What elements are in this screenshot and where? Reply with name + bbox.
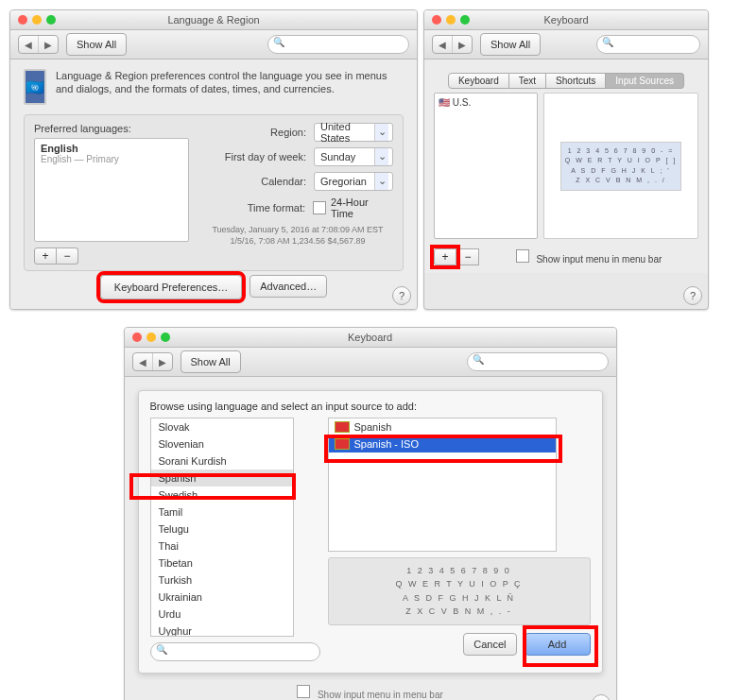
add-source-button[interactable]: + [434, 248, 456, 265]
24hour-checkbox[interactable] [313, 201, 326, 214]
show-all-button[interactable]: Show All [66, 33, 127, 56]
keyboard-preview: 1 2 3 4 5 6 7 8 9 0 - = Q W E R T Y U I … [543, 93, 698, 239]
zoom-icon[interactable] [460, 15, 470, 25]
add-language-button[interactable]: + [34, 248, 57, 265]
advanced-button[interactable]: Advanced… [250, 275, 327, 298]
sheet-search-input[interactable] [150, 642, 320, 661]
show-all-button[interactable]: Show All [181, 350, 241, 373]
tab-keyboard[interactable]: Keyboard [448, 73, 509, 89]
show-input-menu-checkbox[interactable] [297, 685, 310, 698]
kb-row: 1 2 3 4 5 6 7 8 9 0 - = [565, 146, 678, 157]
language-list-item[interactable]: Tibetan [151, 555, 293, 572]
nav-back-forward[interactable]: ◀ ▶ [432, 35, 473, 54]
close-icon[interactable] [432, 15, 441, 25]
preferred-languages-label: Preferred languages: [34, 123, 189, 134]
search-input[interactable] [267, 35, 409, 54]
add-button[interactable]: Add [525, 633, 591, 656]
language-list-item[interactable]: Sorani Kurdish [151, 452, 293, 470]
sample-line-1: Tuesday, January 5, 2016 at 7:08:09 AM E… [202, 225, 393, 236]
language-item-sub: English — Primary [41, 154, 182, 164]
input-source-variant-list[interactable]: SpanishSpanish - ISO [328, 418, 557, 552]
kb-row: 1 2 3 4 5 6 7 8 9 0 [335, 564, 584, 577]
keyboard-preview-large: 1 2 3 4 5 6 7 8 9 0 Q W E R T Y U I O P … [328, 557, 591, 625]
language-list-item[interactable]: Ukrainian [151, 589, 293, 606]
zoom-icon[interactable] [161, 333, 170, 342]
nav-back-forward[interactable]: ◀ ▶ [18, 35, 59, 54]
show-all-button[interactable]: Show All [480, 33, 541, 56]
minimize-icon[interactable] [146, 333, 156, 342]
language-list-item[interactable]: Slovenian [151, 435, 293, 452]
first-day-label: First day of week: [202, 151, 306, 162]
language-list-item[interactable]: Uyghur [151, 623, 293, 637]
toolbar: ◀ ▶ Show All [10, 30, 417, 60]
cancel-button[interactable]: Cancel [463, 633, 516, 656]
remove-language-button[interactable]: − [57, 248, 78, 265]
close-icon[interactable] [132, 333, 142, 342]
help-button[interactable]: ? [392, 286, 411, 305]
intro-text: Language & Region preferences control th… [56, 69, 404, 96]
search-input[interactable] [467, 352, 609, 371]
forward-icon[interactable]: ▶ [453, 36, 472, 53]
first-day-select[interactable]: Sunday [314, 147, 393, 166]
un-flag-icon: 🇺🇳 [24, 69, 46, 105]
back-icon[interactable]: ◀ [433, 36, 453, 53]
tab-text[interactable]: Text [509, 73, 546, 89]
window-title: Keyboard [125, 332, 616, 343]
tab-shortcuts[interactable]: Shortcuts [546, 73, 606, 89]
language-region-window: Language & Region ◀ ▶ Show All 🇺🇳 Langua… [9, 9, 418, 310]
titlebar: Language & Region [10, 10, 417, 30]
language-list-item[interactable]: Urdu [151, 606, 293, 623]
titlebar: Keyboard [125, 328, 616, 348]
language-list-item[interactable]: Spanish [151, 470, 293, 487]
flag-icon [335, 438, 350, 450]
flag-icon [335, 421, 350, 433]
keyboard-window: Keyboard ◀ ▶ Show All Keyboard Text Shor… [423, 9, 709, 310]
help-button[interactable]: ? [683, 286, 702, 305]
kb-row: Z X C V B N M , . / [565, 176, 678, 186]
forward-icon[interactable]: ▶ [39, 36, 58, 53]
show-input-menu-label[interactable]: Show input menu in menu bar [125, 681, 616, 700]
input-source-item[interactable]: 🇺🇸 U.S. [439, 97, 533, 108]
24hour-label: 24-Hour Time [331, 196, 393, 219]
back-icon[interactable]: ◀ [19, 36, 39, 53]
language-list[interactable]: SlovakSlovenianSorani KurdishSpanishSwed… [150, 418, 294, 637]
minimize-icon[interactable] [32, 15, 42, 25]
add-input-source-sheet: Browse using language and select an inpu… [138, 390, 603, 674]
kb-row: A S D F G H J K L Ñ [335, 591, 584, 605]
close-icon[interactable] [18, 15, 27, 25]
keyboard-add-sheet-window: Keyboard ◀ ▶ Show All 🇺🇸 Browse using la… [124, 327, 617, 700]
titlebar: Keyboard [424, 10, 708, 30]
input-source-list[interactable]: 🇺🇸 U.S. [434, 93, 538, 239]
language-list-item[interactable]: Swedish [151, 487, 293, 504]
kb-row: Z X C V B N M , . - [335, 605, 584, 618]
region-select[interactable]: United States [314, 123, 393, 142]
calendar-label: Calendar: [202, 176, 306, 187]
kb-row: Q W E R T Y U I O P Ç [335, 577, 584, 590]
tab-input-sources[interactable]: Input Sources [606, 73, 684, 89]
language-list-item[interactable]: Turkish [151, 572, 293, 589]
time-format-label: Time format: [202, 202, 305, 213]
window-title: Language & Region [10, 14, 417, 26]
show-input-menu-checkbox[interactable] [516, 249, 529, 263]
calendar-select[interactable]: Gregorian [314, 172, 393, 191]
input-source-variant-item[interactable]: Spanish - ISO [329, 435, 556, 452]
minimize-icon[interactable] [446, 15, 456, 25]
language-list-item[interactable]: Telugu [151, 521, 293, 538]
language-list-item[interactable]: Slovak [151, 418, 293, 435]
show-input-menu-label[interactable]: Show input menu in menu bar [479, 249, 698, 265]
remove-source-button[interactable]: − [456, 248, 479, 265]
language-list-item[interactable]: Tamil [151, 504, 293, 521]
input-source-variant-item[interactable]: Spanish [329, 418, 556, 435]
zoom-icon[interactable] [46, 15, 56, 25]
preferred-languages-list[interactable]: English English — Primary [34, 138, 189, 242]
language-list-item[interactable]: Thai [151, 538, 293, 555]
nav-back-forward[interactable]: ◀ ▶ [132, 352, 173, 371]
kb-row: Q W E R T Y U I O P [ ] [565, 156, 678, 166]
back-icon[interactable]: ◀ [133, 353, 153, 370]
toolbar: ◀ ▶ Show All [424, 30, 708, 60]
search-input[interactable] [596, 35, 700, 54]
region-label: Region: [202, 127, 306, 138]
language-item[interactable]: English [41, 143, 182, 154]
keyboard-preferences-button[interactable]: Keyboard Preferences… [100, 275, 242, 299]
forward-icon[interactable]: ▶ [153, 353, 172, 370]
